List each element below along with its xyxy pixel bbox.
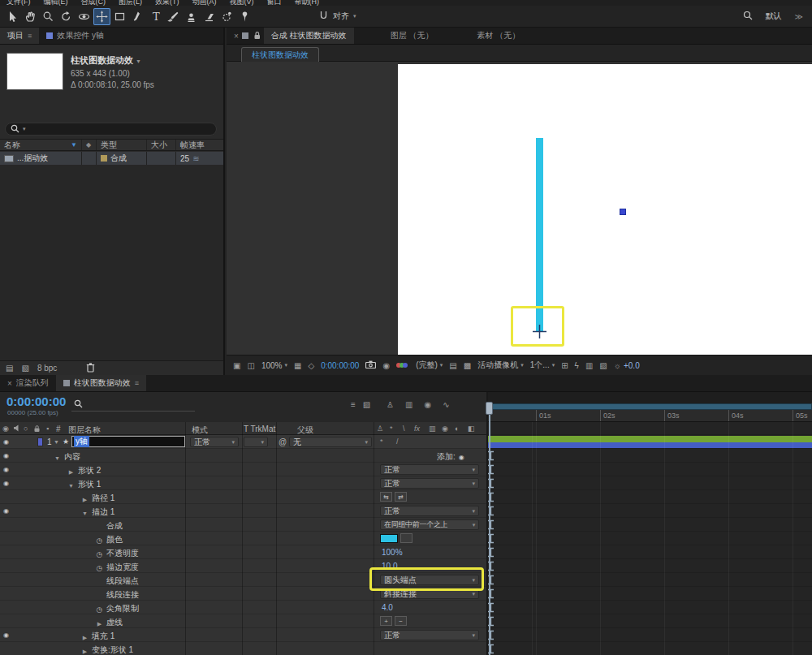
twirl-icon[interactable] xyxy=(54,455,60,461)
trkmat-header[interactable]: T TrkMat xyxy=(244,424,275,433)
timeline-search-input[interactable] xyxy=(71,399,195,412)
shy-layers-icon[interactable]: ♙ xyxy=(387,400,394,409)
stopwatch-icon[interactable]: ◷ xyxy=(97,605,103,614)
puppet-pin-tool[interactable] xyxy=(236,8,253,25)
view-layout-dropdown[interactable]: 1个...▾ xyxy=(530,360,555,371)
magnet-icon[interactable] xyxy=(317,10,329,23)
mask-visibility-icon[interactable]: ◇ xyxy=(308,361,314,370)
selected-vertex-handle[interactable] xyxy=(620,209,626,215)
motion-blur-icon[interactable]: ◉ xyxy=(424,400,431,409)
menu-item[interactable]: 动画(A) xyxy=(192,0,217,6)
resolution-dropdown[interactable]: (完整)▾ xyxy=(416,360,443,371)
add-label[interactable]: 添加: xyxy=(437,451,456,463)
selection-tool[interactable] xyxy=(4,8,21,25)
property-dropdown[interactable]: 在同组中前一个之上▾ xyxy=(380,519,479,530)
fast-previews-icon[interactable]: ϟ xyxy=(575,361,579,370)
rectangle-tool[interactable] xyxy=(111,8,128,25)
workspace-overflow-icon[interactable]: ≫ xyxy=(795,12,803,21)
menu-item[interactable]: 视图(V) xyxy=(230,0,254,6)
work-area-bar[interactable] xyxy=(487,403,812,410)
twirl-icon[interactable] xyxy=(97,621,102,627)
transparency-grid-icon[interactable]: ▩ xyxy=(464,361,471,370)
rotate-tool[interactable] xyxy=(58,8,75,25)
stroke-color-swatch[interactable] xyxy=(380,534,398,543)
new-folder-icon[interactable]: ▧ xyxy=(21,364,28,373)
panel-menu-icon[interactable]: ≡ xyxy=(28,32,32,40)
brush-tool[interactable] xyxy=(165,8,182,25)
tab-render-queue[interactable]: × 渲染队列 xyxy=(0,375,56,391)
layer-label-chip[interactable] xyxy=(37,437,43,446)
current-time-display[interactable]: 0:00:00:00 xyxy=(6,394,66,408)
tab-layer[interactable]: 图层 （无） xyxy=(383,28,441,44)
visibility-toggle-icon[interactable]: ◉ xyxy=(3,631,9,639)
property-label[interactable]: 变换:形状 1 xyxy=(92,644,133,655)
tab-project[interactable]: 项目 ≡ xyxy=(0,28,39,44)
layer-selected-bar[interactable] xyxy=(487,442,812,448)
workspace-label[interactable]: 默认 xyxy=(766,11,782,22)
comp-navigator-tab[interactable]: 柱状图数据动效 xyxy=(241,47,319,62)
column-size[interactable]: 大小 xyxy=(146,140,175,150)
property-label[interactable]: 不透明度 xyxy=(106,548,139,559)
project-bit-depth[interactable]: 8 bpc xyxy=(37,364,57,373)
menu-item[interactable]: 编辑(E) xyxy=(44,0,68,6)
property-label[interactable]: 填充 1 xyxy=(92,631,114,642)
visibility-toggle-icon[interactable]: ◉ xyxy=(3,452,9,459)
menu-item[interactable]: 文件(F) xyxy=(6,0,31,6)
mode-header[interactable]: 模式 xyxy=(192,424,208,436)
show-channels-icon[interactable] xyxy=(396,361,409,369)
pan-behind-tool[interactable] xyxy=(93,8,110,25)
property-dropdown[interactable]: 正常▾ xyxy=(380,478,479,489)
lock-icon[interactable] xyxy=(253,31,261,41)
property-label[interactable]: 合成 xyxy=(106,520,123,532)
draft-3d-icon[interactable]: ▧ xyxy=(363,400,370,409)
color-edit-icon[interactable] xyxy=(400,533,412,543)
property-label[interactable]: 颜色 xyxy=(106,534,123,545)
remove-dash-button[interactable]: − xyxy=(395,616,407,626)
property-value[interactable]: 100% xyxy=(382,548,403,557)
panel-close-icon[interactable]: × xyxy=(234,32,239,41)
parent-header[interactable]: 父级 xyxy=(297,424,313,436)
tab-effect-controls[interactable]: 效果控件 y轴 xyxy=(39,28,111,44)
composition-canvas[interactable] xyxy=(398,64,812,355)
hand-tool[interactable] xyxy=(22,8,39,25)
comp-mini-flowchart-icon[interactable]: ≡ xyxy=(351,400,356,409)
menu-item[interactable]: 合成(C) xyxy=(81,0,106,6)
timeline-button-icon[interactable]: ▥ xyxy=(585,361,593,370)
parent-pickwhip-icon[interactable]: @ xyxy=(279,437,287,446)
exposure-value[interactable]: +0.0 xyxy=(624,361,640,370)
column-name[interactable]: 名称▼ xyxy=(0,140,81,150)
primary-viewer-icon[interactable]: ◫ xyxy=(247,361,254,370)
frame-blending-icon[interactable]: ▥ xyxy=(405,400,412,409)
current-time-indicator-handle[interactable] xyxy=(486,402,493,415)
project-item-row[interactable]: ...据动效 合成 25≋ xyxy=(0,152,223,165)
property-label[interactable]: 线段连接 xyxy=(106,589,139,601)
magnification-dropdown[interactable]: 100%▾ xyxy=(261,361,287,370)
property-label[interactable]: 内容 xyxy=(64,451,80,463)
twirl-icon[interactable] xyxy=(82,511,88,516)
snapshot-icon[interactable] xyxy=(365,360,376,370)
property-label[interactable]: 线段端点 xyxy=(106,575,139,587)
menu-item[interactable]: 效果(T) xyxy=(155,0,179,6)
layer-duration-bar[interactable] xyxy=(487,436,812,442)
region-of-interest-icon[interactable]: ▤ xyxy=(449,361,456,370)
stopwatch-icon[interactable]: ◷ xyxy=(97,536,103,545)
comp-thumbnail[interactable] xyxy=(6,53,63,90)
grid-guides-icon[interactable]: ▦ xyxy=(294,361,301,370)
column-type[interactable]: 类型 xyxy=(96,140,146,150)
interpret-footage-icon[interactable]: ▤ xyxy=(6,364,13,373)
property-value[interactable]: 4.0 xyxy=(382,603,393,612)
property-value[interactable]: 10.0 xyxy=(382,562,397,571)
trash-icon[interactable] xyxy=(86,362,95,374)
viewer-timecode[interactable]: ​0:00:00:00 xyxy=(321,361,359,370)
comp-name-caret-icon[interactable]: ▼ xyxy=(136,58,141,64)
path-direction-icon[interactable]: ⇆ xyxy=(380,492,392,502)
parent-dropdown[interactable]: 无▾ xyxy=(289,437,372,447)
twirl-icon[interactable] xyxy=(83,649,87,654)
search-workspace-icon[interactable] xyxy=(743,11,753,22)
property-label[interactable]: 路径 1 xyxy=(92,493,114,504)
item-name[interactable]: ...据动效 xyxy=(17,153,48,164)
roto-brush-tool[interactable] xyxy=(218,8,235,25)
blend-mode-dropdown[interactable]: 正常▾ xyxy=(190,437,239,447)
column-framerate[interactable]: 帧速率 xyxy=(175,140,216,150)
add-dash-button[interactable]: + xyxy=(380,616,392,626)
